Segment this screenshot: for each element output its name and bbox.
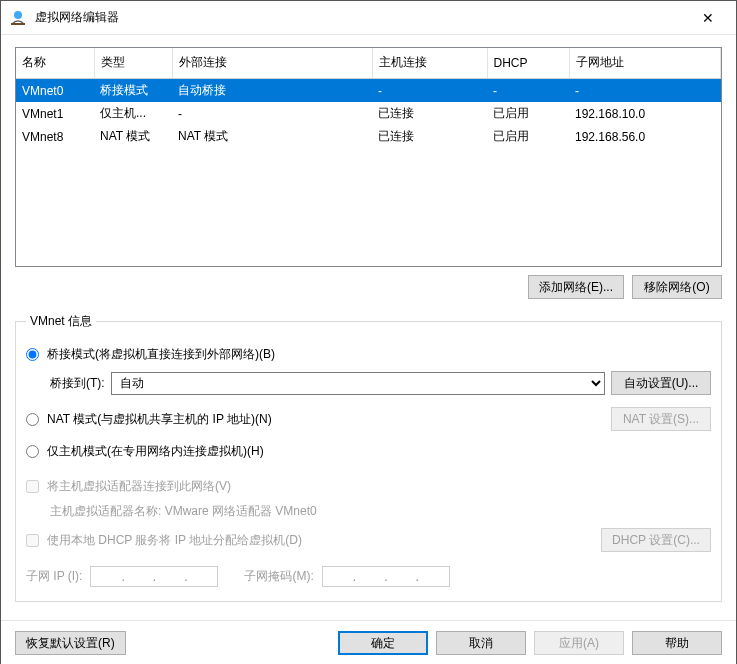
cell-dhcp: 已启用	[487, 125, 569, 148]
bridged-radio[interactable]	[26, 348, 39, 361]
apply-button: 应用(A)	[534, 631, 624, 655]
hostonly-radio-label: 仅主机模式(在专用网络内连接虚拟机)(H)	[47, 443, 264, 460]
group-legend: VMnet 信息	[26, 313, 96, 330]
col-dhcp[interactable]: DHCP	[487, 48, 569, 79]
cell-subnet: 192.168.10.0	[569, 102, 721, 125]
cancel-button[interactable]: 取消	[436, 631, 526, 655]
ip-octet	[388, 568, 416, 585]
cell-type: 桥接模式	[94, 79, 172, 103]
window-title: 虚拟网络编辑器	[35, 9, 688, 26]
cell-name: VMnet0	[16, 79, 94, 103]
ip-octet	[187, 568, 215, 585]
subnet-ip-field: . . .	[90, 566, 218, 587]
col-external[interactable]: 外部连接	[172, 48, 372, 79]
table-row[interactable]: VMnet0 桥接模式 自动桥接 - - -	[16, 79, 721, 103]
nat-radio[interactable]	[26, 413, 39, 426]
dhcp-check-line: 使用本地 DHCP 服务将 IP 地址分配给虚拟机(D) DHCP 设置(C).…	[26, 528, 711, 552]
bridged-to-line: 桥接到(T): 自动 自动设置(U)...	[50, 371, 711, 395]
help-button[interactable]: 帮助	[632, 631, 722, 655]
cell-name: VMnet1	[16, 102, 94, 125]
table-row[interactable]: VMnet8 NAT 模式 NAT 模式 已连接 已启用 192.168.56.…	[16, 125, 721, 148]
titlebar: 虚拟网络编辑器 ✕	[1, 1, 736, 35]
connect-host-label: 将主机虚拟适配器连接到此网络(V)	[47, 478, 231, 495]
col-subnet[interactable]: 子网地址	[569, 48, 721, 79]
col-type[interactable]: 类型	[94, 48, 172, 79]
close-button[interactable]: ✕	[688, 10, 728, 26]
auto-settings-button[interactable]: 自动设置(U)...	[611, 371, 711, 395]
bridged-radio-row: 桥接模式(将虚拟机直接连接到外部网络)(B)	[26, 346, 711, 363]
nat-radio-label: NAT 模式(与虚拟机共享主机的 IP 地址)(N)	[47, 411, 272, 428]
ip-octet	[125, 568, 153, 585]
table-buttons-row: 添加网络(E)... 移除网络(O)	[15, 275, 722, 299]
ip-octet	[419, 568, 447, 585]
connect-host-checkbox	[26, 480, 39, 493]
svg-point-0	[14, 11, 22, 19]
cell-host: 已连接	[372, 102, 487, 125]
dhcp-checkbox	[26, 534, 39, 547]
ok-button[interactable]: 确定	[338, 631, 428, 655]
connect-host-check-row: 将主机虚拟适配器连接到此网络(V)	[26, 478, 711, 495]
bridged-radio-label: 桥接模式(将虚拟机直接连接到外部网络)(B)	[47, 346, 275, 363]
dhcp-settings-button: DHCP 设置(C)...	[601, 528, 711, 552]
col-host[interactable]: 主机连接	[372, 48, 487, 79]
host-adapter-name-label: 主机虚拟适配器名称: VMware 网络适配器 VMnet0	[50, 503, 711, 520]
subnet-line: 子网 IP (I): . . . 子网掩码(M): . . .	[26, 566, 711, 587]
ip-octet	[325, 568, 353, 585]
bottom-button-bar: 恢复默认设置(R) 确定 取消 应用(A) 帮助	[1, 620, 736, 664]
cell-subnet: 192.168.56.0	[569, 125, 721, 148]
content-area: 名称 类型 外部连接 主机连接 DHCP 子网地址 VMnet0 桥接模式 自动…	[1, 35, 736, 620]
cell-external: NAT 模式	[172, 125, 372, 148]
app-icon	[9, 9, 27, 27]
cell-external: 自动桥接	[172, 79, 372, 103]
cell-subnet: -	[569, 79, 721, 103]
cell-type: 仅主机...	[94, 102, 172, 125]
network-table-container: 名称 类型 外部连接 主机连接 DHCP 子网地址 VMnet0 桥接模式 自动…	[15, 47, 722, 267]
ip-octet	[156, 568, 184, 585]
nat-settings-button: NAT 设置(S)...	[611, 407, 711, 431]
vmnet-info-group: VMnet 信息 桥接模式(将虚拟机直接连接到外部网络)(B) 桥接到(T): …	[15, 313, 722, 602]
subnet-mask-label: 子网掩码(M):	[244, 568, 313, 585]
hostonly-radio-row: 仅主机模式(在专用网络内连接虚拟机)(H)	[26, 443, 711, 460]
dhcp-check-label: 使用本地 DHCP 服务将 IP 地址分配给虚拟机(D)	[47, 532, 302, 549]
subnet-mask-field: . . .	[322, 566, 450, 587]
bridged-to-label: 桥接到(T):	[50, 375, 105, 392]
ip-octet	[356, 568, 384, 585]
cell-dhcp: 已启用	[487, 102, 569, 125]
restore-defaults-button[interactable]: 恢复默认设置(R)	[15, 631, 126, 655]
table-header-row: 名称 类型 外部连接 主机连接 DHCP 子网地址	[16, 48, 721, 79]
remove-network-button[interactable]: 移除网络(O)	[632, 275, 722, 299]
virtual-network-editor-window: 虚拟网络编辑器 ✕ 名称 类型 外部连接 主机连接 DHCP 子网地址	[0, 0, 737, 664]
svg-rect-1	[11, 23, 25, 25]
cell-dhcp: -	[487, 79, 569, 103]
cell-type: NAT 模式	[94, 125, 172, 148]
table-row[interactable]: VMnet1 仅主机... - 已连接 已启用 192.168.10.0	[16, 102, 721, 125]
network-table[interactable]: 名称 类型 外部连接 主机连接 DHCP 子网地址 VMnet0 桥接模式 自动…	[16, 48, 721, 148]
nat-radio-line: NAT 模式(与虚拟机共享主机的 IP 地址)(N) NAT 设置(S)...	[26, 407, 711, 431]
add-network-button[interactable]: 添加网络(E)...	[528, 275, 624, 299]
cell-name: VMnet8	[16, 125, 94, 148]
hostonly-radio[interactable]	[26, 445, 39, 458]
cell-host: 已连接	[372, 125, 487, 148]
col-name[interactable]: 名称	[16, 48, 94, 79]
ip-octet	[93, 568, 121, 585]
bridged-to-select[interactable]: 自动	[111, 372, 605, 395]
cell-host: -	[372, 79, 487, 103]
subnet-ip-label: 子网 IP (I):	[26, 568, 82, 585]
cell-external: -	[172, 102, 372, 125]
